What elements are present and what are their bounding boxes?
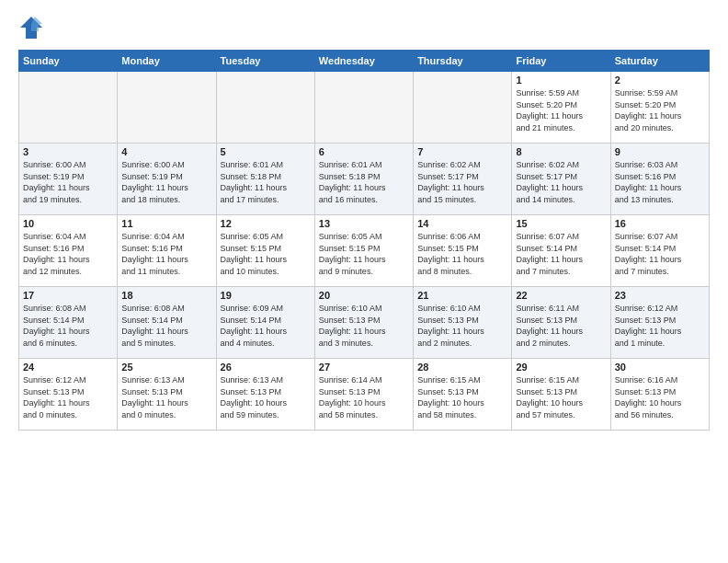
- weekday-header-sunday: Sunday: [19, 51, 118, 72]
- day-info: Sunrise: 6:06 AM Sunset: 5:15 PM Dayligh…: [417, 231, 507, 277]
- day-info: Sunrise: 6:14 AM Sunset: 5:13 PM Dayligh…: [319, 374, 409, 420]
- day-number: 25: [121, 362, 211, 373]
- day-info: Sunrise: 6:05 AM Sunset: 5:15 PM Dayligh…: [319, 231, 409, 277]
- day-number: 17: [23, 290, 113, 301]
- calendar-cell: 29Sunrise: 6:15 AM Sunset: 5:13 PM Dayli…: [512, 359, 610, 431]
- day-number: 3: [23, 146, 113, 157]
- calendar-cell: 13Sunrise: 6:05 AM Sunset: 5:15 PM Dayli…: [314, 215, 413, 287]
- day-number: 6: [319, 146, 409, 157]
- day-number: 5: [221, 146, 311, 157]
- day-info: Sunrise: 6:02 AM Sunset: 5:17 PM Dayligh…: [516, 159, 606, 205]
- day-info: Sunrise: 6:12 AM Sunset: 5:13 PM Dayligh…: [23, 374, 113, 420]
- day-number: 1: [516, 75, 606, 86]
- calendar-cell: [19, 72, 118, 144]
- day-number: 28: [417, 362, 507, 373]
- calendar-cell: [314, 72, 413, 144]
- day-number: 14: [417, 218, 507, 229]
- day-info: Sunrise: 6:13 AM Sunset: 5:13 PM Dayligh…: [221, 374, 311, 420]
- day-number: 20: [319, 290, 409, 301]
- day-number: 22: [516, 290, 606, 301]
- day-number: 16: [615, 218, 705, 229]
- calendar-cell: 2Sunrise: 5:59 AM Sunset: 5:20 PM Daylig…: [610, 72, 709, 144]
- calendar-cell: 12Sunrise: 6:05 AM Sunset: 5:15 PM Dayli…: [216, 215, 314, 287]
- day-number: 8: [516, 146, 606, 157]
- calendar-cell: [216, 72, 314, 144]
- calendar-cell: 1Sunrise: 5:59 AM Sunset: 5:20 PM Daylig…: [512, 72, 610, 144]
- day-info: Sunrise: 6:16 AM Sunset: 5:13 PM Dayligh…: [615, 374, 705, 420]
- day-number: 19: [221, 290, 311, 301]
- day-info: Sunrise: 6:15 AM Sunset: 5:13 PM Dayligh…: [516, 374, 606, 420]
- day-info: Sunrise: 6:01 AM Sunset: 5:18 PM Dayligh…: [221, 159, 311, 205]
- calendar-cell: 9Sunrise: 6:03 AM Sunset: 5:16 PM Daylig…: [610, 144, 709, 215]
- day-info: Sunrise: 6:04 AM Sunset: 5:16 PM Dayligh…: [23, 231, 113, 277]
- page: SundayMondayTuesdayWednesdayThursdayFrid…: [0, 0, 728, 563]
- day-number: 15: [516, 218, 606, 229]
- weekday-header-tuesday: Tuesday: [216, 51, 314, 72]
- day-info: Sunrise: 6:02 AM Sunset: 5:17 PM Dayligh…: [417, 159, 507, 205]
- day-info: Sunrise: 6:08 AM Sunset: 5:14 PM Dayligh…: [121, 303, 211, 349]
- logo-icon: [18, 15, 44, 40]
- day-number: 12: [221, 218, 311, 229]
- day-number: 2: [615, 75, 705, 86]
- day-number: 18: [121, 290, 211, 301]
- day-info: Sunrise: 6:05 AM Sunset: 5:15 PM Dayligh…: [221, 231, 311, 277]
- calendar-cell: 14Sunrise: 6:06 AM Sunset: 5:15 PM Dayli…: [414, 215, 512, 287]
- day-number: 27: [319, 362, 409, 373]
- calendar-week-2: 3Sunrise: 6:00 AM Sunset: 5:19 PM Daylig…: [19, 144, 710, 215]
- day-number: 4: [121, 146, 211, 157]
- calendar-cell: 10Sunrise: 6:04 AM Sunset: 5:16 PM Dayli…: [19, 215, 118, 287]
- calendar-week-3: 10Sunrise: 6:04 AM Sunset: 5:16 PM Dayli…: [19, 215, 710, 287]
- calendar-cell: 21Sunrise: 6:10 AM Sunset: 5:13 PM Dayli…: [414, 287, 512, 359]
- day-number: 10: [23, 218, 113, 229]
- calendar-cell: 15Sunrise: 6:07 AM Sunset: 5:14 PM Dayli…: [512, 215, 610, 287]
- day-info: Sunrise: 6:07 AM Sunset: 5:14 PM Dayligh…: [615, 231, 705, 277]
- day-info: Sunrise: 6:12 AM Sunset: 5:13 PM Dayligh…: [615, 303, 705, 349]
- calendar-cell: 6Sunrise: 6:01 AM Sunset: 5:18 PM Daylig…: [314, 144, 413, 215]
- day-number: 30: [615, 362, 705, 373]
- day-info: Sunrise: 6:10 AM Sunset: 5:13 PM Dayligh…: [319, 303, 409, 349]
- day-number: 24: [23, 362, 113, 373]
- calendar-cell: 5Sunrise: 6:01 AM Sunset: 5:18 PM Daylig…: [216, 144, 314, 215]
- day-info: Sunrise: 6:03 AM Sunset: 5:16 PM Dayligh…: [615, 159, 705, 205]
- calendar-cell: 8Sunrise: 6:02 AM Sunset: 5:17 PM Daylig…: [512, 144, 610, 215]
- day-number: 11: [121, 218, 211, 229]
- calendar-cell: [414, 72, 512, 144]
- weekday-header-row: SundayMondayTuesdayWednesdayThursdayFrid…: [19, 51, 710, 72]
- day-info: Sunrise: 6:04 AM Sunset: 5:16 PM Dayligh…: [121, 231, 211, 277]
- day-info: Sunrise: 6:15 AM Sunset: 5:13 PM Dayligh…: [417, 374, 507, 420]
- day-number: 7: [417, 146, 507, 157]
- weekday-header-saturday: Saturday: [610, 51, 709, 72]
- day-info: Sunrise: 6:10 AM Sunset: 5:13 PM Dayligh…: [417, 303, 507, 349]
- calendar-week-5: 24Sunrise: 6:12 AM Sunset: 5:13 PM Dayli…: [19, 359, 710, 431]
- calendar-cell: 19Sunrise: 6:09 AM Sunset: 5:14 PM Dayli…: [216, 287, 314, 359]
- calendar-cell: 25Sunrise: 6:13 AM Sunset: 5:13 PM Dayli…: [118, 359, 216, 431]
- calendar-cell: [118, 72, 216, 144]
- day-number: 9: [615, 146, 705, 157]
- day-info: Sunrise: 6:00 AM Sunset: 5:19 PM Dayligh…: [23, 159, 113, 205]
- calendar-cell: 16Sunrise: 6:07 AM Sunset: 5:14 PM Dayli…: [610, 215, 709, 287]
- calendar-cell: 3Sunrise: 6:00 AM Sunset: 5:19 PM Daylig…: [19, 144, 118, 215]
- day-info: Sunrise: 6:13 AM Sunset: 5:13 PM Dayligh…: [121, 374, 211, 420]
- day-info: Sunrise: 6:08 AM Sunset: 5:14 PM Dayligh…: [23, 303, 113, 349]
- calendar-cell: 22Sunrise: 6:11 AM Sunset: 5:13 PM Dayli…: [512, 287, 610, 359]
- calendar-cell: 24Sunrise: 6:12 AM Sunset: 5:13 PM Dayli…: [19, 359, 118, 431]
- logo: [18, 15, 48, 40]
- day-number: 13: [319, 218, 409, 229]
- day-number: 23: [615, 290, 705, 301]
- weekday-header-thursday: Thursday: [414, 51, 512, 72]
- day-info: Sunrise: 6:01 AM Sunset: 5:18 PM Dayligh…: [319, 159, 409, 205]
- calendar-cell: 7Sunrise: 6:02 AM Sunset: 5:17 PM Daylig…: [414, 144, 512, 215]
- day-number: 26: [221, 362, 311, 373]
- day-info: Sunrise: 6:11 AM Sunset: 5:13 PM Dayligh…: [516, 303, 606, 349]
- calendar-cell: 26Sunrise: 6:13 AM Sunset: 5:13 PM Dayli…: [216, 359, 314, 431]
- weekday-header-wednesday: Wednesday: [314, 51, 413, 72]
- calendar-week-4: 17Sunrise: 6:08 AM Sunset: 5:14 PM Dayli…: [19, 287, 710, 359]
- calendar-cell: 28Sunrise: 6:15 AM Sunset: 5:13 PM Dayli…: [414, 359, 512, 431]
- day-info: Sunrise: 5:59 AM Sunset: 5:20 PM Dayligh…: [615, 87, 705, 133]
- calendar-cell: 30Sunrise: 6:16 AM Sunset: 5:13 PM Dayli…: [610, 359, 709, 431]
- calendar-cell: 27Sunrise: 6:14 AM Sunset: 5:13 PM Dayli…: [314, 359, 413, 431]
- day-number: 29: [516, 362, 606, 373]
- day-info: Sunrise: 6:00 AM Sunset: 5:19 PM Dayligh…: [121, 159, 211, 205]
- weekday-header-monday: Monday: [118, 51, 216, 72]
- calendar-cell: 20Sunrise: 6:10 AM Sunset: 5:13 PM Dayli…: [314, 287, 413, 359]
